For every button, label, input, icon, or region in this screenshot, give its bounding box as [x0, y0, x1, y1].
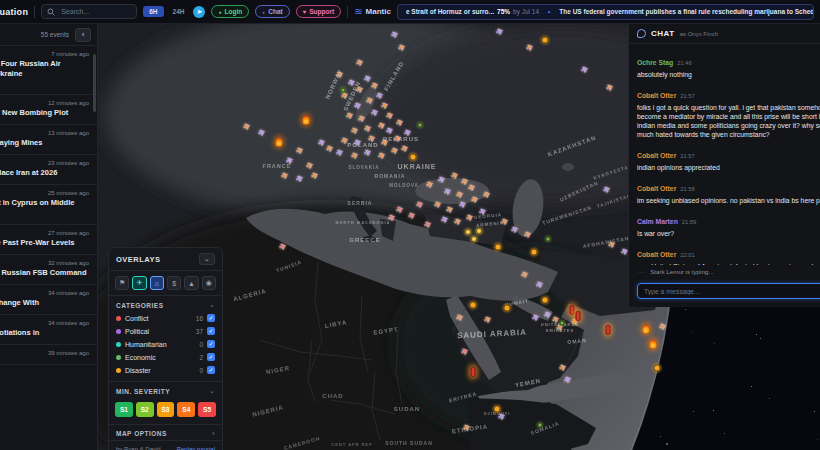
chevron-down-icon[interactable]: ⌄	[209, 301, 215, 309]
category-row-disaster: Disaster0✓	[109, 364, 222, 377]
fire-marker[interactable]	[650, 340, 657, 349]
chat-username[interactable]: Cobalt Otter	[637, 251, 676, 258]
dot-marker[interactable]	[476, 228, 482, 234]
event-time: 25 minutes ago	[0, 190, 89, 196]
chevron-right-icon[interactable]: ›	[212, 430, 215, 437]
events-sidebar: EVENTS 55 events ‹ 7 minutes agoUkrainia…	[0, 24, 98, 450]
event-time: 32 minutes ago	[0, 260, 89, 266]
ship-marker[interactable]	[471, 367, 476, 377]
ship-marker[interactable]	[606, 325, 611, 335]
support-button[interactable]: ♥ Support	[296, 5, 341, 18]
map-label-moldova: MOLDOVA	[389, 183, 419, 188]
range-24h-button[interactable]: 24H	[170, 6, 188, 17]
watch-filter-button[interactable]: ◉	[202, 276, 216, 290]
dot-marker[interactable]	[654, 365, 661, 372]
search-input[interactable]	[59, 7, 129, 16]
dot-marker[interactable]	[542, 297, 549, 304]
dot-marker[interactable]	[504, 305, 511, 312]
chat-button[interactable]: ◗ Chat	[255, 5, 289, 18]
event-title: Ukrainian Strikes Reportedly Destroy Fou…	[0, 59, 89, 79]
category-checkbox[interactable]: ✓	[207, 314, 215, 322]
dot-marker[interactable]	[465, 229, 471, 235]
category-checkbox[interactable]: ✓	[207, 327, 215, 335]
dot-marker[interactable]	[471, 236, 477, 242]
event-list-item[interactable]: 39 minutes ago	[0, 345, 97, 365]
dot-marker[interactable]	[341, 88, 346, 93]
collapse-sidebar-button[interactable]: ‹	[75, 28, 91, 42]
dot-marker[interactable]	[418, 123, 423, 128]
dot-marker[interactable]	[546, 237, 551, 242]
heart-icon: ♥	[303, 9, 307, 15]
chat-username[interactable]: Calm Marten	[637, 218, 678, 225]
chat-username[interactable]: Ochre Stag	[637, 59, 673, 66]
dot-marker[interactable]	[538, 423, 543, 428]
severity-s1-button[interactable]: S1	[115, 402, 133, 417]
chat-timestamp: 21:57	[680, 153, 695, 159]
replay-tutorial-link[interactable]: Replay tutorial	[177, 446, 215, 450]
dot-marker[interactable]	[560, 321, 565, 326]
severity-s3-button[interactable]: S3	[157, 402, 175, 417]
event-title: Rifts in Hamas Leadership Derail Negotia…	[0, 328, 89, 338]
fire-marker[interactable]	[643, 325, 650, 334]
fire-marker[interactable]	[276, 138, 283, 147]
sidebar-scrollbar[interactable]	[93, 54, 96, 112]
chat-text: Is war over?	[637, 229, 820, 238]
event-list-item[interactable]: 25 minutes agoLeaders Convene Emergency …	[0, 185, 97, 225]
ticker-item[interactable]: e Strait of Hormuz or surro...75%by Jul …	[406, 8, 539, 15]
chat-username[interactable]: Cobalt Otter	[637, 185, 676, 192]
severity-s2-button[interactable]: S2	[136, 402, 154, 417]
dot-marker[interactable]	[494, 406, 501, 413]
event-list-item[interactable]: 12 minutes agoFormer Soldier Arrested in…	[0, 95, 97, 125]
dot-marker[interactable]	[495, 244, 502, 251]
category-checkbox[interactable]: ✓	[207, 366, 215, 374]
chat-timestamp: 21:59	[682, 219, 697, 225]
event-list-item[interactable]: 13 minutes agoUS Navy Authorized to Shoo…	[0, 125, 97, 155]
chat-username[interactable]: Cobalt Otter	[637, 152, 676, 159]
dot-marker[interactable]	[410, 154, 417, 161]
search-icon	[47, 8, 55, 16]
fire-marker[interactable]	[303, 116, 310, 125]
telegram-icon[interactable]: ➤	[193, 6, 205, 18]
severity-buttons: S1S2S3S4S5	[109, 398, 222, 424]
range-6h-button[interactable]: 6H	[143, 6, 163, 17]
chat-bubble-icon	[637, 29, 646, 38]
security-filter-button[interactable]: ⌂	[150, 276, 164, 290]
event-list-item[interactable]: 34 minutes agoRussia Announces New Priso…	[0, 285, 97, 315]
category-label: Conflict	[125, 315, 192, 322]
military-filter-button[interactable]: ✈	[132, 276, 146, 290]
event-list-item[interactable]: 32 minutes agoUkrainian Drones Reportedl…	[0, 255, 97, 285]
event-list-item[interactable]: 7 minutes agoUkrainian Strikes Reportedl…	[0, 46, 97, 95]
disaster-filter-button[interactable]: ▲	[184, 276, 198, 290]
event-list-item[interactable]: 27 minutes agoFlight Prices to the Middl…	[0, 225, 97, 255]
protest-filter-button[interactable]: ⚑	[115, 276, 129, 290]
chevron-down-icon[interactable]: ⌄	[209, 387, 215, 395]
chevron-down-icon[interactable]: ⌄	[199, 253, 215, 265]
severity-s5-button[interactable]: S5	[198, 402, 216, 417]
events-count: 55 events	[41, 31, 69, 38]
overlay-filter-buttons: ⚑✈⌂$▲◉	[109, 271, 222, 295]
top-bar: Situation 6H 24H ➤ ● Login ◗ Chat ♥ Supp…	[0, 0, 820, 24]
chat-message: Cobalt Otter21:57folks i got a quick que…	[637, 84, 820, 139]
dot-marker[interactable]	[470, 302, 477, 309]
dot-marker[interactable]	[542, 37, 549, 44]
chat-messages[interactable]: Ochre Stag21:46absolutely nothingCobalt …	[629, 44, 820, 265]
ship-marker[interactable]	[570, 305, 575, 315]
category-checkbox[interactable]: ✓	[207, 353, 215, 361]
event-list-item[interactable]: 34 minutes agoRifts in Hamas Leadership …	[0, 315, 97, 345]
chat-message-input[interactable]	[637, 283, 820, 299]
map-options-title[interactable]: MAP OPTIONS	[116, 430, 167, 437]
event-time: 27 minutes ago	[0, 230, 89, 236]
search-box[interactable]	[41, 4, 137, 19]
event-list-item[interactable]: 23 minutes agoFIFA Weighs Proposal for I…	[0, 155, 97, 185]
category-label: Political	[125, 328, 192, 335]
overlays-title: OVERLAYS	[116, 255, 161, 264]
login-icon: ●	[218, 9, 221, 15]
ticker-item[interactable]: The US federal government publishes a fi…	[559, 8, 814, 15]
severity-s4-button[interactable]: S4	[177, 402, 195, 417]
dot-marker[interactable]	[531, 249, 538, 256]
ship-marker[interactable]	[576, 311, 581, 321]
chat-username[interactable]: Cobalt Otter	[637, 92, 676, 99]
category-checkbox[interactable]: ✓	[207, 340, 215, 348]
economic-filter-button[interactable]: $	[167, 276, 181, 290]
login-button[interactable]: ● Login	[211, 5, 249, 18]
